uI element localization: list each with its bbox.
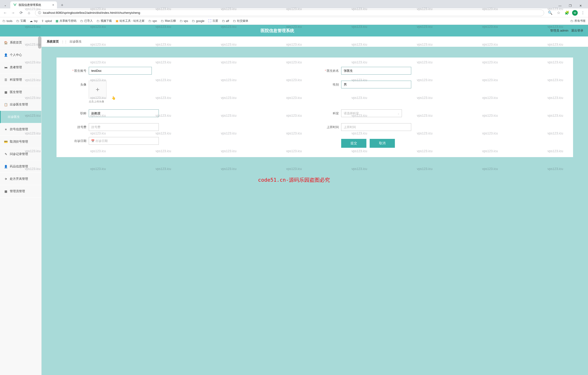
menu-icon[interactable]: ⋮ [580, 10, 586, 16]
bookmark-item[interactable]: ▦共享账号密码 [56, 19, 76, 23]
breadcrumb-home[interactable]: 系统首页 [47, 40, 59, 44]
zoom-icon[interactable]: 🔍 [547, 10, 553, 16]
folder-icon: 🗀 [148, 19, 151, 23]
label-avatar: 头像 [68, 81, 86, 87]
browser-tab[interactable]: 医院信息管理系统 × [10, 1, 57, 8]
bookmark-item[interactable]: ☁txy [30, 19, 37, 23]
bookmark-bar: 🗀tools 🗀宝藏 ☁txy ⇧uplod ▦共享账号密码 🗀已导入 🗀视频下… [0, 17, 588, 25]
grid-icon: ▦ [4, 90, 8, 94]
sidebar-item-visiting-doctors[interactable]: 📋出诊医生管理 [0, 99, 41, 111]
calendar-icon: 📅 [91, 139, 94, 143]
clipboard-icon: 📋 [4, 103, 8, 106]
all-bookmarks[interactable]: 🗀所有书签 [570, 19, 586, 23]
sidebar-item-admin[interactable]: ▦管理员管理 [0, 185, 41, 198]
folder-icon: 🗀 [570, 19, 573, 23]
bookmark-item[interactable]: 🗀Max云梯 [161, 19, 176, 23]
folder-icon: 🗀 [233, 19, 236, 23]
bookmark-star-icon[interactable]: ☆ [555, 10, 562, 16]
reload-button[interactable]: ⟳ [18, 10, 24, 16]
bookmark-item[interactable]: ▣站长工具 - 站长之家 [116, 19, 145, 23]
bookmark-item[interactable]: 🗀vps [179, 19, 188, 23]
sidebar-item-registration[interactable]: ≡挂号信息管理 [0, 123, 41, 136]
sidebar-item-doctors[interactable]: ▦医生管理 [0, 86, 41, 99]
card-icon: 💳 [4, 140, 8, 143]
bookmark-item[interactable]: 🗀tools [2, 19, 12, 23]
bookmark-item[interactable]: 🗀vpn [148, 19, 157, 23]
input-title[interactable] [89, 110, 159, 117]
sidebar-item-prescription[interactable]: ✈处方开具管理 [0, 173, 41, 185]
lines-icon: ≡ [4, 128, 8, 131]
sidebar-item-consultation[interactable]: ✎问诊记录管理 [0, 148, 41, 160]
bookmark-item[interactable]: 🗀aff [222, 19, 229, 23]
breadcrumb-separator: ⋮⋮ [61, 40, 67, 44]
label-worktime: 上班时间 [321, 123, 339, 129]
bookmark-item[interactable]: ⛶百度 [208, 19, 218, 23]
folder-icon: 🗀 [222, 19, 225, 23]
sidebar-item-medicine[interactable]: 👤药品信息管理 [0, 160, 41, 173]
tab-bar: ⌄ 医院信息管理系统 × + — ❐ ✕ [0, 0, 588, 8]
chevron-down-icon: ⌄ [398, 112, 399, 115]
submit-button[interactable]: 提交 [341, 139, 366, 148]
bookmark-item[interactable]: 🗀宝藏 [16, 19, 26, 23]
label-doctor-account: 医生账号 [68, 67, 86, 73]
list-icon: ☰ [4, 78, 8, 82]
close-window-button[interactable]: ✕ [578, 3, 583, 8]
browser-chrome: ⌄ 医院信息管理系统 × + — ❐ ✕ ← → ⟳ ⌂ ⓘ localhost… [0, 0, 588, 25]
bookmark-item[interactable]: 🗀视频下载 [96, 19, 112, 23]
extensions-icon[interactable]: 🧩 [564, 10, 570, 16]
tool-icon: ▣ [116, 19, 118, 23]
logout-link[interactable]: 退出登录 [571, 29, 583, 33]
sidebar-item-cancel-registration[interactable]: 💳取消挂号管理 [0, 136, 41, 148]
breadcrumb: 系统首页 ⋮⋮ 出诊医生 [42, 36, 588, 47]
info-icon: ⓘ [38, 11, 41, 15]
bookmark-item[interactable]: 🗀社交媒体 [233, 19, 248, 23]
grid-icon: ▦ [4, 190, 8, 193]
sidebar-item-profile[interactable]: 👤个人中心 [0, 49, 41, 61]
label-department: 科室 [321, 110, 339, 115]
home-icon: 🏠 [4, 41, 8, 44]
tab-search-button[interactable]: ⌄ [2, 2, 8, 8]
bookmark-item[interactable]: ⇧uplod [41, 19, 52, 23]
sidebar-item-departments[interactable]: ☰科室管理 [0, 74, 41, 86]
tab-title: 医院信息管理系统 [19, 3, 41, 7]
url-text: localhost:8080/springboote9xw2/admin/dis… [43, 11, 140, 14]
folder-icon: 🗀 [161, 19, 164, 23]
label-title: 职称 [68, 110, 86, 115]
input-visit-date[interactable] [89, 137, 159, 145]
home-button[interactable]: ⌂ [26, 10, 32, 16]
input-fee[interactable] [89, 123, 159, 131]
label-fee: 挂号费 [68, 123, 86, 129]
cancel-button[interactable]: 取消 [370, 139, 395, 148]
label-visit-date: 出诊日期 [68, 137, 86, 143]
user-icon: 👤 [4, 165, 8, 168]
sidebar-item-patients[interactable]: 🛏患者管理 [0, 61, 41, 74]
url-bar[interactable]: ⓘ localhost:8080/springboote9xw2/admin/d… [35, 10, 544, 16]
forward-button[interactable]: → [10, 10, 16, 16]
sidebar-item-visiting-doctor-active[interactable]: 出诊医生 [0, 111, 41, 123]
bed-icon: 🛏 [4, 66, 8, 69]
minimize-button[interactable]: — [557, 3, 563, 8]
user-label[interactable]: 管理员 admin [550, 29, 568, 33]
main-content: 系统首页 ⋮⋮ 出诊医生 医生账号 医生姓名 [42, 36, 588, 375]
select-department[interactable] [341, 110, 402, 117]
folder-icon: 🗀 [2, 19, 5, 23]
new-tab-button[interactable]: + [59, 2, 65, 8]
vue-icon [13, 3, 17, 7]
cloud-icon: ☁ [30, 19, 33, 23]
bookmark-item[interactable]: 🗀已导入 [80, 19, 93, 23]
baidu-icon: ⛶ [208, 19, 211, 23]
sidebar-item-home[interactable]: 🏠系统首页 [0, 36, 41, 49]
app-title: 医院信息管理系统 [5, 28, 550, 33]
input-worktime[interactable] [341, 123, 411, 131]
maximize-button[interactable]: ❐ [567, 3, 573, 8]
back-button[interactable]: ← [2, 10, 8, 16]
close-icon[interactable]: × [52, 3, 54, 7]
sidebar: 🏠系统首页 👤个人中心 🛏患者管理 ☰科室管理 ▦医生管理 📋出诊医生管理 出诊… [0, 36, 42, 375]
bookmark-item[interactable]: 🗀google [192, 19, 204, 23]
input-doctor-account[interactable] [89, 67, 152, 75]
input-doctor-name[interactable] [341, 67, 411, 75]
profile-avatar[interactable]: W [572, 10, 578, 16]
edit-icon: ✎ [4, 153, 8, 156]
input-gender[interactable] [341, 81, 411, 88]
upload-avatar-box[interactable]: + [89, 81, 106, 99]
